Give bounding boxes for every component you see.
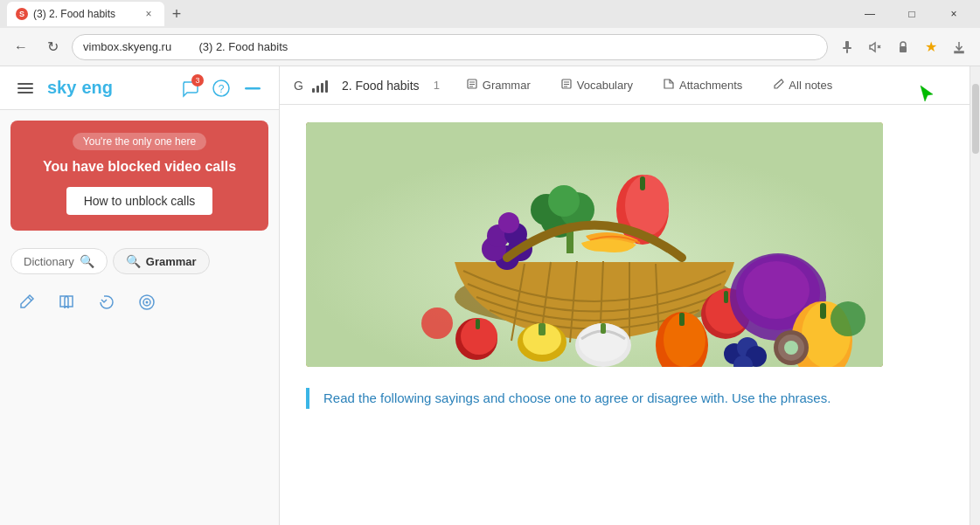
chat-badge: 3 [191,74,204,86]
lesson-number: 1 [434,79,440,92]
svg-point-48 [743,261,810,319]
bar-4 [325,80,328,93]
svg-point-32 [548,185,580,217]
book-tool-button[interactable] [54,290,79,314]
lesson-area[interactable]: G 2. Food habits 1 Grammar Vocabulary [280,66,970,525]
svg-text:?: ? [219,82,225,94]
dictionary-label: Dictionary [24,255,74,268]
lesson-nav: G 2. Food habits 1 Grammar Vocabulary [280,66,970,105]
attachments-tab-icon [663,78,675,93]
minimize-sidebar-button[interactable] [240,76,265,100]
bookmark-icon[interactable]: ★ [919,35,943,59]
svg-rect-2 [846,49,848,53]
page-title-url: (3) 2. Food habits [198,40,288,53]
svg-point-71 [421,307,453,339]
menu-line-3 [17,92,33,93]
scrollbar-track[interactable] [970,66,980,525]
svg-rect-1 [843,47,851,49]
lock-icon[interactable] [891,35,915,59]
svg-rect-45 [724,291,728,303]
sidebar: skyeng 3 ? [0,66,280,525]
new-tab-button[interactable]: + [164,2,189,26]
basket-svg [306,122,883,367]
bar-1 [312,88,315,93]
bar-3 [321,83,323,93]
quote-text: Read the following sayings and choose on… [323,388,952,409]
pen-icon [17,293,36,312]
svg-point-42 [498,212,519,233]
tab-favicon: S [16,8,28,20]
grammar-label: Grammar [146,255,197,268]
sidebar-header: skyeng 3 ? [0,66,279,110]
svg-rect-67 [539,323,546,335]
maximize-button[interactable]: □ [893,0,931,28]
unblock-calls-button[interactable]: How to unblock calls [66,187,213,215]
url-text: vimbox.skyeng.ru [83,40,171,53]
skyeng-logo: skyeng [47,78,113,98]
bar-2 [316,86,319,93]
toolbar-icons: ★ [835,35,971,59]
svg-rect-8 [245,87,261,90]
address-bar: ← ↻ vimbox.skyeng.ru (3) 2. Food habits … [0,28,980,66]
pen-tool-button[interactable] [14,290,38,314]
back-button[interactable]: ← [9,35,33,59]
tab-strip: S (3) 2. Food habits × + [7,2,851,26]
grammar-tab[interactable]: 🔍 Grammar [113,248,210,274]
grammar-search-icon: 🔍 [126,254,141,268]
chat-button[interactable]: 3 [177,76,202,100]
menu-line-2 [17,87,33,89]
logo-sky: sky [47,78,76,98]
attachments-tab-label: Attachments [679,79,742,92]
browser-tab[interactable]: S (3) 2. Food habits × [7,2,164,26]
svg-rect-57 [601,323,606,334]
refresh-tool-button[interactable] [94,290,119,314]
svg-point-64 [784,341,798,355]
url-separator [182,40,188,53]
minimize-button[interactable]: — [851,0,889,28]
tab-attachments[interactable]: Attachments [650,71,754,100]
svg-rect-54 [679,313,685,326]
refresh-button[interactable]: ↻ [40,35,65,59]
refresh-icon [97,293,116,312]
browser-content: skyeng 3 ? [0,66,980,525]
signal-bars [312,79,328,93]
dictionary-tab[interactable]: Dictionary 🔍 [10,248,108,274]
tab-title: (3) 2. Food habits [33,8,136,20]
grammar-tab-label: Grammar [483,79,531,92]
mute-icon[interactable] [863,35,887,59]
url-bar[interactable]: vimbox.skyeng.ru (3) 2. Food habits [72,34,828,60]
blocked-video-title: You have blocked video calls [24,159,254,175]
lesson-content: Read the following sayings and choose on… [280,105,970,435]
svg-line-9 [28,297,31,300]
dictionary-search-icon: 🔍 [80,254,94,268]
download-icon[interactable] [947,35,971,59]
quote-section: Read the following sayings and choose on… [306,388,952,409]
vegetable-basket-image [306,122,883,367]
svg-rect-36 [640,176,645,190]
pin-icon[interactable] [835,35,859,59]
help-button[interactable]: ? [209,76,233,100]
only-one-badge: You're the only one here [73,133,206,150]
scrollbar-thumb[interactable] [972,84,979,154]
blocked-video-card: You're the only one here You have blocke… [10,121,268,231]
lesson-title: 2. Food habits [342,79,420,93]
svg-rect-33 [566,231,573,253]
menu-icon[interactable] [14,79,37,97]
logo-eng: eng [81,78,113,98]
minimize-icon [243,82,262,94]
title-bar: S (3) 2. Food habits × + — □ × [0,0,980,28]
tab-close-button[interactable]: × [142,7,156,21]
tool-icons [0,281,279,323]
tab-all-notes[interactable]: All notes [760,71,844,100]
book-icon [57,293,76,312]
tab-vocabulary[interactable]: Vocabulary [548,71,645,100]
close-button[interactable]: × [935,0,973,28]
search-tabs: Dictionary 🔍 🔍 Grammar [0,241,279,281]
all-notes-tab-icon [772,78,784,93]
tab-grammar[interactable]: Grammar [454,71,543,100]
svg-point-12 [146,301,149,304]
vocabulary-tab-label: Vocabulary [577,79,633,92]
target-tool-button[interactable] [135,290,159,314]
all-notes-tab-label: All notes [789,79,832,92]
svg-point-72 [831,301,865,336]
